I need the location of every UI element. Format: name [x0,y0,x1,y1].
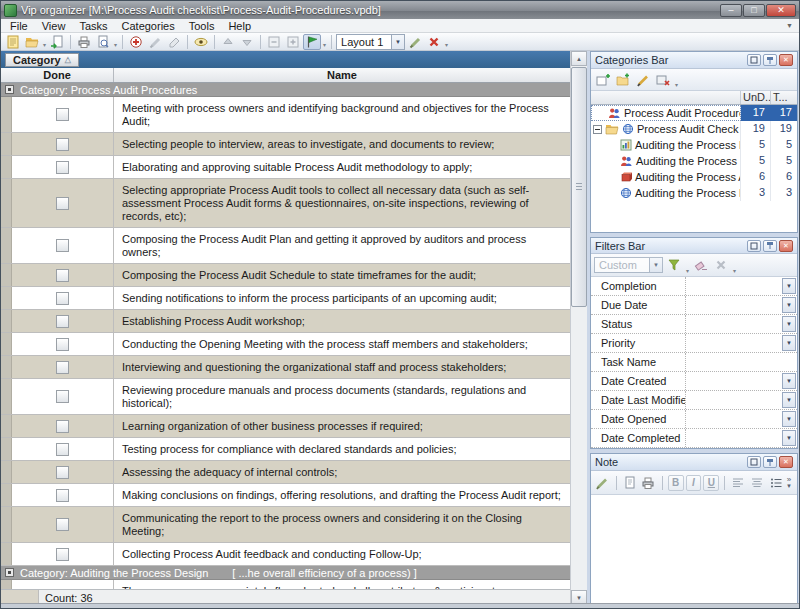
delete-category-icon[interactable] [654,72,672,88]
open-database-icon[interactable] [23,34,41,50]
categories-restore-icon[interactable] [747,54,761,66]
filter-value-cell[interactable] [686,372,781,390]
new-database-icon[interactable] [4,34,22,50]
tree-item-label-cell[interactable]: Process Audit Procedures [591,105,741,121]
task-row[interactable]: Elaborating and approving suitable Proce… [1,156,570,179]
filter-preset-dropdown-icon[interactable]: ▼ [649,258,662,272]
tree-item-label-cell[interactable]: Auditing the Process Assets [591,169,741,185]
print-preview-icon[interactable] [94,34,112,50]
collapse-all-icon[interactable] [265,34,283,50]
category-tree-item[interactable]: Process Audit Procedures1717 [591,105,797,121]
done-checkbox[interactable] [56,269,69,282]
column-header-done[interactable]: Done [1,68,114,82]
collapse-icon[interactable] [5,568,14,577]
menu-categories[interactable]: Categories [115,19,182,33]
filter-dropdown-icon[interactable]: ▼ [782,430,796,446]
done-checkbox[interactable] [56,197,69,210]
filter-value-cell[interactable] [686,410,781,428]
note-overflow-icon[interactable]: »▼ [786,476,794,490]
filter-value-cell[interactable] [686,391,781,409]
layout-delete-icon[interactable] [425,34,443,50]
done-checkbox[interactable] [56,390,69,403]
print-icon[interactable] [75,34,93,50]
category-group-header[interactable]: Category: Process Audit Procedures [1,83,570,97]
expand-all-icon[interactable] [284,34,302,50]
task-row[interactable]: Testing process for compliance with decl… [1,438,570,461]
category-group-header[interactable]: Category: Auditing the Process Design[ .… [1,566,570,580]
tree-column-total[interactable]: T... [771,91,797,104]
category-tree-item[interactable]: Auditing the Process Design55 [591,137,797,153]
bullet-list-icon[interactable] [767,475,784,491]
filter-preset-combobox[interactable]: Custom ▼ [594,257,663,273]
task-row[interactable]: Selecting appropriate Process Audit tool… [1,179,570,228]
collapse-icon[interactable] [593,125,602,134]
layout-edit-icon[interactable] [406,34,424,50]
italic-button[interactable]: I [686,475,702,491]
edit-category-icon[interactable] [634,72,652,88]
task-row[interactable]: Composing the Process Audit Plan and get… [1,228,570,264]
task-row[interactable]: Conducting the Opening Meeting with the … [1,333,570,356]
task-row[interactable]: Composing the Process Audit Schedule to … [1,264,570,287]
apply-filter-icon[interactable] [665,257,683,273]
layout-combobox[interactable]: Layout 1 ▼ [336,34,405,50]
close-button[interactable]: ✕ [766,4,796,17]
categories-close-icon[interactable]: ✕ [779,54,793,66]
task-row[interactable]: Collecting Process Audit feedback and co… [1,543,570,566]
done-checkbox[interactable] [56,108,69,121]
flag-filter-icon[interactable] [303,34,321,50]
open-dropdown-icon[interactable]: ▾ [42,41,47,50]
done-checkbox[interactable] [56,315,69,328]
done-checkbox[interactable] [56,292,69,305]
minimize-button[interactable]: – [720,4,742,17]
maximize-button[interactable]: □ [743,4,765,17]
tree-column-undone[interactable]: UnD... [741,91,771,104]
tree-item-label-cell[interactable]: Process Audit Check Sheet (inspecting th… [591,121,741,137]
category-tree-item[interactable]: Process Audit Check Sheet (inspecting th… [591,121,797,137]
done-checkbox[interactable] [56,420,69,433]
task-row[interactable]: Meeting with process owners and identify… [1,97,570,133]
filter-dropdown-icon[interactable]: ▼ [782,373,796,389]
done-checkbox[interactable] [56,239,69,252]
filter-value-cell[interactable] [686,277,781,295]
align-center-icon[interactable] [749,475,766,491]
done-checkbox[interactable] [56,466,69,479]
category-tree-item[interactable]: Auditing the Process Documentation33 [591,185,797,201]
filters-close-icon[interactable]: ✕ [779,240,793,252]
delete-task-icon[interactable] [165,34,183,50]
task-row[interactable]: Selecting people to interview, areas to … [1,133,570,156]
layout-overflow-icon[interactable]: ▾ [444,41,449,50]
done-checkbox[interactable] [56,443,69,456]
categories-overflow-icon[interactable]: ▾ [674,81,679,90]
filters-restore-icon[interactable] [747,240,761,252]
filter-dropdown-icon[interactable]: ▼ [782,278,796,294]
task-row[interactable]: The process was appropriately flow-chart… [1,580,570,589]
note-pin-icon[interactable] [763,456,777,468]
filter-value-cell[interactable] [686,315,781,333]
import-export-icon[interactable] [48,34,66,50]
done-checkbox[interactable] [56,361,69,374]
done-checkbox[interactable] [56,338,69,351]
task-row[interactable]: Establishing Process Audit workshop; [1,310,570,333]
underline-button[interactable]: U [703,475,719,491]
edit-task-icon[interactable] [146,34,164,50]
task-row[interactable]: Learning organization of other business … [1,415,570,438]
category-tree-item[interactable]: Auditing the Process Personnel55 [591,153,797,169]
filter-dropdown-icon[interactable]: ▼ [782,335,796,351]
menu-file[interactable]: File [3,19,35,33]
menu-view[interactable]: View [35,19,73,33]
menu-tasks[interactable]: Tasks [72,19,114,33]
filter-dropdown-icon[interactable]: ▼ [782,392,796,408]
filters-overflow-icon[interactable]: ▾ [732,267,737,276]
filter-value-cell[interactable] [686,296,781,314]
new-category-icon[interactable] [594,72,612,88]
done-checkbox[interactable] [56,548,69,561]
scrollbar-thumb[interactable] [571,67,587,307]
task-row[interactable]: Making conclusions on findings, offering… [1,484,570,507]
tree-item-label-cell[interactable]: Auditing the Process Documentation [591,185,741,201]
task-row[interactable]: Communicating the report to the process … [1,507,570,543]
scroll-up-icon[interactable]: ▲ [571,51,587,66]
tree-item-label-cell[interactable]: Auditing the Process Personnel [591,153,741,169]
filter-value-cell[interactable] [686,429,781,447]
categories-pin-icon[interactable] [763,54,777,66]
note-content[interactable] [591,495,797,604]
